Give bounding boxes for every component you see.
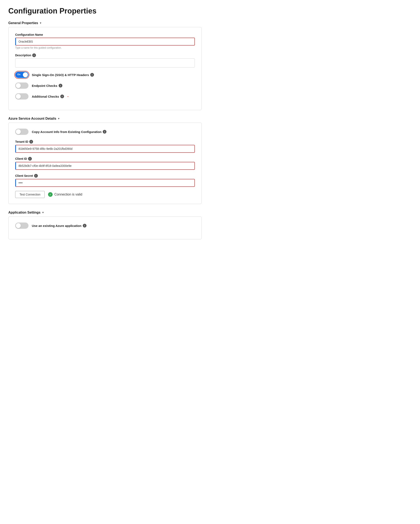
config-name-input[interactable] bbox=[15, 38, 195, 45]
connection-valid-icon: ✓ bbox=[48, 192, 53, 197]
azure-service-chevron: ▼ bbox=[58, 117, 60, 120]
test-connection-row: Test Connection ✓ Connection is valid bbox=[15, 191, 195, 198]
endpoint-toggle[interactable] bbox=[15, 82, 28, 89]
additional-info-icon[interactable]: i bbox=[60, 95, 64, 98]
client-id-group: Client ID i bbox=[15, 157, 195, 170]
general-properties-chevron: ▼ bbox=[39, 22, 42, 25]
copy-toggle[interactable] bbox=[15, 129, 28, 135]
test-connection-button[interactable]: Test Connection bbox=[15, 191, 45, 198]
general-properties-title: General Properties bbox=[8, 21, 38, 25]
copy-label: Copy Account Info from Existing Configur… bbox=[32, 130, 107, 134]
connection-valid-status: ✓ Connection is valid bbox=[48, 192, 82, 197]
page-title: Configuration Properties bbox=[8, 7, 202, 15]
endpoint-toggle-row: Endpoint Checks i bbox=[15, 82, 195, 89]
client-id-input[interactable] bbox=[15, 162, 195, 170]
client-secret-label: Client Secret i bbox=[15, 174, 195, 178]
description-info-icon[interactable]: i bbox=[32, 53, 36, 57]
additional-label: Additional Checks i bbox=[32, 95, 64, 98]
sso-info-icon[interactable]: i bbox=[90, 73, 94, 77]
app-settings-title: Application Settings bbox=[8, 211, 41, 214]
sso-toggle-text: On bbox=[17, 73, 20, 76]
app-settings-chevron: ▼ bbox=[42, 211, 44, 214]
azure-service-section: Azure Service Account Details ▼ Copy Acc… bbox=[8, 117, 202, 204]
azure-service-title: Azure Service Account Details bbox=[8, 117, 56, 121]
tenant-id-info-icon[interactable]: i bbox=[29, 140, 33, 144]
description-input[interactable] bbox=[15, 58, 195, 68]
description-label: Description i bbox=[15, 53, 195, 57]
description-group: Description i bbox=[15, 53, 195, 68]
azure-service-header[interactable]: Azure Service Account Details ▼ bbox=[8, 117, 202, 121]
additional-toggle-row: Additional Checks i - bbox=[15, 93, 195, 99]
app-settings-header[interactable]: Application Settings ▼ bbox=[8, 211, 202, 214]
config-name-label: Configuration Name bbox=[15, 33, 195, 36]
copy-toggle-row: Copy Account Info from Existing Configur… bbox=[15, 129, 195, 135]
sso-label: Single Sign-On (SSO) & HTTP Headers i bbox=[32, 73, 94, 77]
client-secret-group: Client Secret i bbox=[15, 174, 195, 187]
app-settings-section: Application Settings ▼ Use an existing A… bbox=[8, 211, 202, 239]
existing-azure-toggle-row: Use an existing Azure application i bbox=[15, 223, 195, 229]
sso-toggle-row: On Single Sign-On (SSO) & HTTP Headers i bbox=[15, 72, 195, 78]
additional-toggle[interactable] bbox=[15, 93, 28, 99]
tenant-id-group: Tenant ID i bbox=[15, 140, 195, 153]
connection-valid-text: Connection is valid bbox=[54, 192, 82, 196]
existing-azure-label: Use an existing Azure application i bbox=[32, 224, 87, 227]
endpoint-info-icon[interactable]: i bbox=[59, 84, 62, 87]
client-id-label: Client ID i bbox=[15, 157, 195, 161]
config-name-hint: Type a name for this guided configuratio… bbox=[15, 46, 195, 49]
endpoint-label: Endpoint Checks i bbox=[32, 84, 62, 87]
tenant-id-input[interactable] bbox=[15, 145, 195, 153]
general-properties-section: General Properties ▼ Configuration Name … bbox=[8, 21, 202, 110]
app-settings-card: Use an existing Azure application i bbox=[8, 217, 202, 239]
additional-red-indicator: - bbox=[67, 94, 69, 99]
sso-toggle[interactable]: On bbox=[15, 72, 28, 78]
azure-service-card: Copy Account Info from Existing Configur… bbox=[8, 122, 202, 204]
client-id-info-icon[interactable]: i bbox=[28, 157, 32, 161]
tenant-id-label: Tenant ID i bbox=[15, 140, 195, 144]
existing-azure-toggle[interactable] bbox=[15, 223, 28, 229]
copy-info-icon[interactable]: i bbox=[103, 130, 107, 134]
client-secret-info-icon[interactable]: i bbox=[34, 174, 38, 178]
config-name-group: Configuration Name Type a name for this … bbox=[15, 33, 195, 49]
general-properties-card: Configuration Name Type a name for this … bbox=[8, 27, 202, 110]
general-properties-header[interactable]: General Properties ▼ bbox=[8, 21, 202, 25]
client-secret-input[interactable] bbox=[15, 179, 195, 187]
existing-azure-info-icon[interactable]: i bbox=[83, 224, 87, 227]
